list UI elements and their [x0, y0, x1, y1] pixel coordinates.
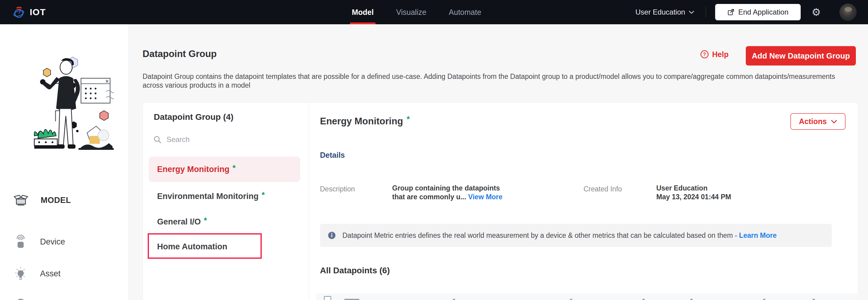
sidebar: MODEL Device: [0, 24, 129, 300]
chevron-down-icon: [831, 120, 837, 123]
description-value: Group containing the datapoints that are…: [392, 184, 526, 202]
detail-title: Energy Monitoring: [320, 116, 403, 127]
user-avatar[interactable]: [839, 4, 857, 21]
created-info-label: Created Info: [584, 185, 622, 193]
chevron-down-icon: [689, 10, 694, 14]
actions-label: Actions: [799, 117, 827, 126]
actions-button[interactable]: Actions: [790, 113, 845, 130]
sidebar-illustration: [17, 52, 114, 164]
column-header-clipped: [763, 299, 766, 300]
iot-globe-logo-icon: [12, 5, 26, 19]
group-item-label: Environmental Monitoring: [157, 192, 259, 201]
lightbulb-icon: [13, 266, 28, 281]
select-all-checkbox[interactable]: [324, 296, 331, 300]
required-asterisk: *: [407, 115, 410, 124]
sidebar-item-asset[interactable]: Asset: [0, 264, 129, 283]
created-at: May 13, 2024 01:44 PM: [656, 193, 731, 201]
view-more-link[interactable]: View More: [468, 193, 502, 201]
column-header-clipped: [690, 299, 693, 300]
main-nav: Model Visualize Automate: [352, 0, 481, 24]
description-line1: Group containing the datapoints: [392, 184, 500, 192]
column-header-clipped: [570, 299, 572, 300]
search-icon: [153, 135, 162, 144]
column-header-clipped: [642, 299, 645, 300]
all-datapoints-title: All Datapoints (6): [320, 266, 390, 275]
box-icon: [13, 194, 29, 206]
sidebar-item-model-label: MODEL: [41, 196, 71, 205]
end-application-button[interactable]: End Application: [715, 4, 801, 20]
info-banner-text: Datapoint Metric entries defines the rea…: [342, 232, 777, 240]
required-asterisk: *: [232, 163, 236, 173]
group-item-energy-monitoring[interactable]: Energy Monitoring *: [149, 156, 300, 182]
gear-icon: ⚙: [812, 6, 821, 18]
external-link-icon: [727, 8, 735, 16]
group-item-label: General I/O: [157, 217, 201, 227]
detail-title-row: Energy Monitoring *: [320, 116, 410, 127]
column-header-clipped: [812, 299, 815, 300]
topbar-divider: [706, 7, 706, 18]
panel-divider: [309, 102, 309, 300]
add-new-datapoint-group-button[interactable]: Add New Datapoint Group: [746, 46, 856, 65]
sidebar-item-asset-label: Asset: [40, 269, 61, 278]
search-input[interactable]: [166, 135, 276, 144]
end-application-label: End Application: [738, 8, 788, 17]
required-asterisk: *: [262, 190, 265, 200]
tab-model[interactable]: Model: [352, 0, 374, 24]
column-header-clipped: [344, 299, 360, 300]
help-label: Help: [712, 50, 728, 59]
group-item-label: Home Automation: [157, 242, 227, 251]
logo-text: IOT: [30, 7, 46, 17]
device-icon: [13, 235, 28, 249]
org-selector-label: User Education: [636, 8, 685, 17]
info-banner: Datapoint Metric entries defines the rea…: [320, 224, 832, 247]
location-pin-icon: [13, 298, 28, 300]
datapoints-table-header-partial: [316, 294, 858, 300]
svg-text:?: ?: [703, 52, 706, 57]
details-section-heading: Details: [320, 151, 345, 159]
info-icon: [328, 232, 336, 239]
tab-automate[interactable]: Automate: [449, 0, 481, 24]
org-selector[interactable]: User Education: [636, 0, 694, 24]
page-description: Datapoint Group contains the datapoint t…: [143, 72, 837, 90]
group-item-environmental-monitoring[interactable]: Environmental Monitoring *: [149, 187, 300, 205]
info-banner-body: Datapoint Metric entries defines the rea…: [342, 232, 737, 239]
sidebar-item-location[interactable]: Location: [0, 295, 129, 300]
sidebar-item-device[interactable]: Device: [0, 232, 129, 251]
group-item-home-automation[interactable]: Home Automation: [149, 238, 300, 256]
group-search[interactable]: [153, 133, 287, 146]
settings-button[interactable]: ⚙: [812, 0, 821, 24]
description-label: Description: [320, 185, 355, 193]
topbar: IOT Model Visualize Automate User Educat…: [0, 0, 868, 24]
page-title: Datapoint Group: [143, 49, 217, 59]
required-asterisk: *: [204, 216, 207, 226]
description-line2: that are commonly u...: [392, 193, 466, 201]
sidebar-item-model[interactable]: MODEL: [0, 190, 129, 210]
group-item-label: Energy Monitoring: [157, 165, 229, 174]
add-new-datapoint-group-label: Add New Datapoint Group: [752, 51, 850, 61]
group-list-title: Datapoint Group (4): [154, 112, 234, 122]
app-logo[interactable]: IOT: [12, 0, 46, 24]
created-by: User Education: [656, 184, 708, 192]
help-link[interactable]: ? Help: [700, 50, 728, 59]
column-header-clipped: [453, 299, 455, 300]
created-info-value: User Education May 13, 2024 01:44 PM: [656, 184, 731, 202]
group-item-general-io[interactable]: General I/O *: [149, 213, 300, 231]
tab-visualize[interactable]: Visualize: [396, 0, 426, 24]
sidebar-item-device-label: Device: [40, 237, 65, 247]
learn-more-link[interactable]: Learn More: [739, 232, 777, 239]
help-question-icon: ?: [700, 50, 709, 59]
